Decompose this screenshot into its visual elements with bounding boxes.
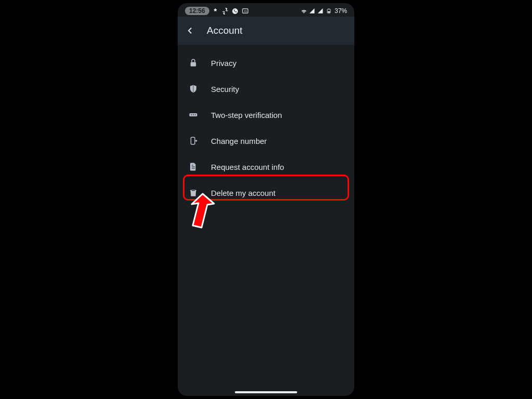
svg-text:२३: २३ <box>244 9 247 12</box>
menu-item-delete-account[interactable]: Delete my account <box>178 180 354 206</box>
signal-2-icon <box>317 7 324 15</box>
svg-rect-6 <box>191 62 196 66</box>
menu-label: Security <box>211 85 239 94</box>
page-title: Account <box>207 25 243 36</box>
menu-item-security[interactable]: Security <box>178 76 354 102</box>
svg-point-0 <box>232 8 238 14</box>
phone-circle-icon <box>232 7 239 15</box>
status-left: 12:56 २३ <box>185 7 249 15</box>
badge-icon: २३ <box>242 7 249 15</box>
lock-icon <box>188 58 198 68</box>
menu-item-two-step[interactable]: Two-step verification <box>178 102 354 128</box>
status-right: 37% <box>300 7 347 15</box>
trash-icon <box>188 188 198 198</box>
menu-label: Request account info <box>211 163 284 171</box>
svg-rect-5 <box>328 11 330 12</box>
fan-icon <box>222 7 229 15</box>
menu-item-change-number[interactable]: Change number <box>178 128 354 154</box>
menu-item-privacy[interactable]: Privacy <box>178 50 354 76</box>
wifi-icon <box>300 7 308 15</box>
menu-label: Two-step verification <box>211 111 282 119</box>
menu-list: Privacy Security Two-step verification C… <box>178 45 354 206</box>
phone-arrow-icon <box>188 136 198 146</box>
phone-screen: 12:56 २३ <box>178 3 354 396</box>
status-bar: 12:56 २३ <box>178 3 354 17</box>
hand-icon <box>212 7 219 15</box>
app-header: Account <box>178 17 354 45</box>
document-icon <box>188 162 198 172</box>
status-time: 12:56 <box>185 7 209 15</box>
signal-1-icon <box>309 7 316 15</box>
nav-handle[interactable] <box>235 391 297 393</box>
back-button[interactable] <box>185 25 195 36</box>
menu-label: Privacy <box>211 59 236 68</box>
svg-point-10 <box>195 114 196 115</box>
shield-icon <box>188 84 198 94</box>
svg-point-9 <box>193 114 194 115</box>
menu-item-request-info[interactable]: Request account info <box>178 154 354 180</box>
menu-label: Delete my account <box>211 189 275 197</box>
password-icon <box>188 110 198 120</box>
battery-icon <box>325 7 332 15</box>
svg-point-8 <box>191 114 192 115</box>
menu-label: Change number <box>211 137 267 145</box>
battery-percent: 37% <box>335 7 347 15</box>
svg-rect-11 <box>191 137 195 144</box>
